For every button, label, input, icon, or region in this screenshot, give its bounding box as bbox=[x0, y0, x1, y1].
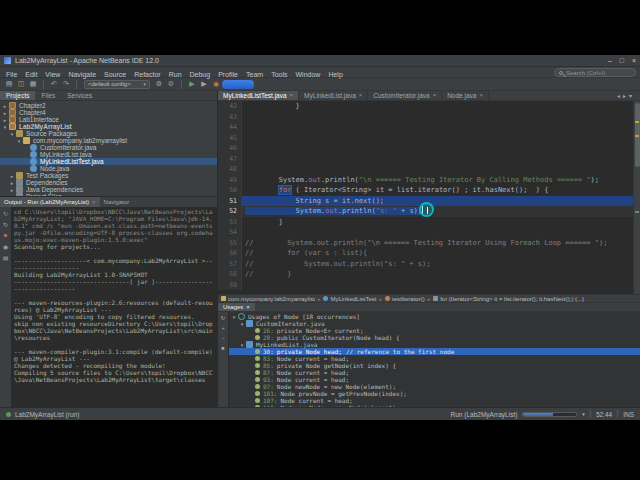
tree-item-node-java[interactable]: Node.java bbox=[0, 165, 217, 172]
toolbar-blue-badge[interactable] bbox=[222, 80, 254, 89]
profile-project-icon[interactable]: ◉ bbox=[211, 79, 221, 89]
close-usages-icon[interactable]: × bbox=[246, 303, 250, 312]
minimize-button[interactable]: – bbox=[608, 57, 612, 64]
clear-output-icon[interactable]: ▤ bbox=[2, 253, 10, 261]
menu-tools[interactable]: Tools bbox=[267, 71, 291, 78]
scroll-tabs-left-icon[interactable]: ◂ bbox=[617, 92, 620, 99]
project-main-icon bbox=[9, 123, 16, 130]
tab-files[interactable]: Files bbox=[35, 91, 61, 100]
usage-row-mylinkedlist-java[interactable]: ▾MyLinkedList.java bbox=[229, 341, 640, 348]
maximize-button[interactable]: □ bbox=[620, 57, 624, 64]
usage-row-node-newnode-new-node-element[interactable]: 97:Node newNode = new Node(element); bbox=[229, 383, 640, 390]
rerun-icon[interactable]: ↻ bbox=[2, 209, 10, 217]
code-token: // for (var s : list){ bbox=[245, 249, 367, 257]
breadcrumb-testiterator[interactable]: testIterator() bbox=[385, 296, 425, 302]
editor-tab-mylinkedlisttest-java[interactable]: MyLinkedListTest.java× bbox=[218, 91, 299, 100]
menu-team[interactable]: Team bbox=[242, 71, 267, 78]
menu-edit[interactable]: Edit bbox=[21, 71, 41, 78]
menu-source[interactable]: Source bbox=[100, 71, 130, 78]
task-dropdown-icon[interactable]: ▾ bbox=[582, 411, 585, 417]
run-project-icon[interactable]: ▶ bbox=[187, 79, 197, 89]
breadcrumb-label: testIterator() bbox=[392, 296, 425, 302]
usage-row-private-node-e-current[interactable]: 26:private Node<E> current; bbox=[229, 327, 640, 334]
output-tab-output-run-lab2myarraylist[interactable]: Output - Run (Lab2MyArrayList)× bbox=[0, 197, 100, 207]
tree-item-customiterator-java[interactable]: CustomIterator.java bbox=[0, 144, 217, 151]
usage-row-usages-of-node-18-occurrences[interactable]: ▾Usages of Node [18 occurrences] bbox=[229, 313, 640, 320]
new-file-icon[interactable]: ▤ bbox=[4, 79, 14, 89]
tree-item-java-dependencies[interactable]: ▸Java Dependencies bbox=[0, 186, 217, 193]
tree-item-dependencies[interactable]: ▸Dependencies bbox=[0, 179, 217, 186]
rerun-with-args-icon[interactable]: ↻ bbox=[2, 220, 10, 228]
tree-item-lab2myarraylist[interactable]: ▾Lab2MyArrayList bbox=[0, 123, 217, 130]
usage-row-private-node-getnode-int-index[interactable]: 85:private Node getNode(int index) { bbox=[229, 362, 640, 369]
tree-item-mylinkedlisttest-java[interactable]: MyLinkedListTest.java bbox=[0, 158, 217, 165]
save-all-icon[interactable]: ▦ bbox=[28, 79, 38, 89]
close-tab-icon[interactable]: × bbox=[479, 91, 483, 100]
usage-icon bbox=[255, 335, 260, 340]
tab-services[interactable]: Services bbox=[61, 91, 98, 100]
usage-icon bbox=[255, 356, 260, 361]
menu-help[interactable]: Help bbox=[324, 71, 346, 78]
breadcrumb-for-iterator-string-it-list-iterator-it-[interactable]: for (Iterator<String> it = list.iterator… bbox=[433, 296, 584, 302]
output-console[interactable]: cd C:\Users\topil\Dropbox\NBCC\Java\NetB… bbox=[12, 207, 217, 407]
tree-item-com-mycompany-lab2myarraylist[interactable]: ▾com.mycompany.lab2myarraylist bbox=[0, 137, 217, 144]
tree-item-lab1interface[interactable]: ▸Lab1Interface bbox=[0, 116, 217, 123]
menu-window[interactable]: Window bbox=[291, 71, 324, 78]
usage-row-node-current-head[interactable]: 87:Node current = head; bbox=[229, 369, 640, 376]
usage-row-node-current-head[interactable]: 83:Node current = head; bbox=[229, 355, 640, 362]
build-project-icon[interactable]: ⚙ bbox=[154, 79, 164, 89]
tree-item-chapter2[interactable]: ▸Chapter2 bbox=[0, 102, 217, 109]
stop-build-icon[interactable]: ■ bbox=[2, 231, 10, 239]
menu-run[interactable]: Run bbox=[165, 71, 186, 78]
close-tab-icon[interactable]: × bbox=[433, 91, 437, 100]
usage-row-public-customiterator-node-head[interactable]: 28:public CustomIterator(Node head) { bbox=[229, 334, 640, 341]
menu-profile[interactable]: Profile bbox=[214, 71, 242, 78]
breadcrumb-mylinkedlisttest[interactable]: MyLinkedListTest bbox=[323, 296, 376, 302]
console-line: Scanning for projects... bbox=[14, 243, 215, 250]
tree-item-chapter4[interactable]: ▸Chapter4 bbox=[0, 109, 217, 116]
editor-tab-customiterator-java[interactable]: CustomIterator.java× bbox=[368, 91, 442, 100]
menu-navigate[interactable]: Navigate bbox=[64, 71, 100, 78]
tree-item-mylinkedlist-java[interactable]: MyLinkedList.java bbox=[0, 151, 217, 158]
pin-output-icon[interactable]: ◉ bbox=[2, 242, 10, 250]
usage-row-private-node-head[interactable]: 30:private Node head;// reference to the… bbox=[229, 348, 640, 355]
usage-row-node-current-head[interactable]: 107:Node current = head; bbox=[229, 397, 640, 404]
tab-list-icon[interactable]: ▾ bbox=[629, 92, 632, 99]
output-tab-navigator[interactable]: Navigator bbox=[100, 197, 134, 207]
stop-search-icon[interactable]: ■ bbox=[220, 344, 227, 351]
code-editor[interactable]: 42 }43444546474849 System.out.println("\… bbox=[218, 101, 640, 294]
usages-tab[interactable]: Usages × bbox=[218, 303, 255, 311]
menu-refactor[interactable]: Refactor bbox=[130, 71, 164, 78]
search-input[interactable]: Search (Ctrl+I) bbox=[554, 68, 636, 77]
tree-item-test-packages[interactable]: ▸Test Packages bbox=[0, 172, 217, 179]
open-project-icon[interactable]: ◫ bbox=[16, 79, 26, 89]
collapse-all-icon[interactable]: − bbox=[220, 334, 227, 341]
redo-icon[interactable]: ↷ bbox=[61, 79, 71, 89]
tab-projects[interactable]: Projects bbox=[0, 91, 35, 100]
usage-row-node-prevnode-getprevnode-index[interactable]: 101:Node prevNode = getPrevNode(index); bbox=[229, 390, 640, 397]
task-progress-bar[interactable] bbox=[522, 412, 577, 417]
expand-all-icon[interactable]: + bbox=[220, 324, 227, 331]
debug-project-icon[interactable]: ▶ bbox=[199, 79, 209, 89]
usage-row-node-current-head[interactable]: 93:Node current = head; bbox=[229, 376, 640, 383]
config-select[interactable]: <default config>▾ bbox=[84, 80, 150, 89]
editor-tab-mylinkedlist-java[interactable]: MyLinkedList.java× bbox=[299, 91, 368, 100]
breadcrumb-com-mycompany-lab2myarraylist[interactable]: com.mycompany.lab2myarraylist bbox=[221, 296, 315, 302]
clean-build-icon[interactable]: ⚙ bbox=[166, 79, 176, 89]
close-button[interactable]: × bbox=[632, 57, 636, 64]
menu-file[interactable]: File bbox=[2, 71, 21, 78]
editor-scrollbar[interactable] bbox=[633, 101, 640, 294]
code-text bbox=[242, 280, 640, 291]
close-tab-icon[interactable]: × bbox=[92, 197, 96, 207]
scroll-tabs-right-icon[interactable]: ▸ bbox=[623, 92, 626, 99]
undo-icon[interactable]: ↶ bbox=[49, 79, 59, 89]
editor-tab-node-java[interactable]: Node.java× bbox=[442, 91, 489, 100]
close-tab-icon[interactable]: × bbox=[359, 91, 363, 100]
usage-row-customiterator-java[interactable]: ▾CustomIterator.java bbox=[229, 320, 640, 327]
usage-line-number: 107: bbox=[263, 397, 277, 404]
tree-item-source-packages[interactable]: ▾Source Packages bbox=[0, 130, 217, 137]
menu-debug[interactable]: Debug bbox=[186, 71, 215, 78]
menu-view[interactable]: View bbox=[41, 71, 64, 78]
close-tab-icon[interactable]: × bbox=[290, 91, 294, 100]
refresh-usages-icon[interactable]: ↻ bbox=[220, 314, 227, 321]
